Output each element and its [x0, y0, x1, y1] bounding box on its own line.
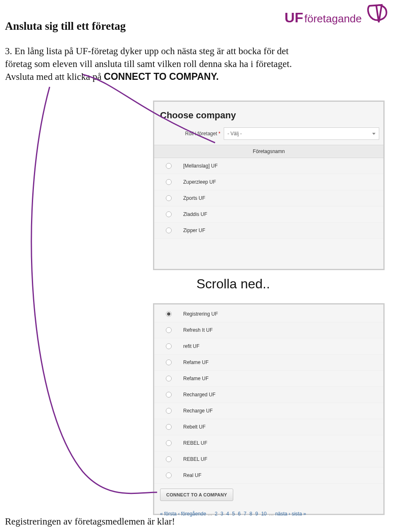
company-name: REBEL UF	[183, 440, 383, 446]
radio-cell	[154, 179, 183, 185]
radio-button[interactable]	[166, 343, 172, 349]
pager-last[interactable]: sista »	[292, 511, 306, 517]
radio-button[interactable]	[166, 211, 172, 217]
company-name: Recharge UF	[183, 408, 383, 414]
company-list-top: [Mellanslag] UFZuperzleep UFZports UFZla…	[154, 158, 383, 239]
pager-first[interactable]: « första	[160, 511, 177, 517]
radio-button[interactable]	[166, 359, 172, 365]
radio-cell	[154, 327, 183, 333]
radio-button[interactable]	[166, 472, 172, 478]
company-name: Rebelt UF	[183, 424, 383, 430]
company-row[interactable]: [Mellanslag] UF	[154, 158, 383, 174]
pager-number[interactable]: 2	[215, 511, 218, 517]
pager-number[interactable]: 4	[226, 511, 229, 517]
pager-number[interactable]: 7	[244, 511, 246, 517]
company-name: Registrering UF	[183, 311, 383, 317]
role-label: Roll i företaget *	[158, 131, 224, 137]
radio-cell	[154, 392, 183, 398]
company-row[interactable]: Recharge UF	[154, 403, 383, 419]
radio-button[interactable]	[166, 228, 172, 233]
pager-prev[interactable]: ‹ föregående	[178, 511, 206, 517]
radio-button[interactable]	[166, 195, 172, 201]
radio-button[interactable]	[166, 376, 172, 381]
radio-cell	[154, 311, 183, 317]
company-name: Zports UF	[183, 195, 383, 201]
radio-cell	[154, 440, 183, 446]
pager-dots: …	[269, 511, 274, 517]
company-name: Real UF	[183, 472, 383, 478]
radio-button[interactable]	[166, 163, 172, 169]
radio-button[interactable]	[166, 179, 172, 185]
connect-to-company-button[interactable]: CONNECT TO A COMPANY	[160, 489, 233, 501]
role-select-value: - Välj -	[227, 131, 242, 137]
company-row[interactable]: Registrering UF	[154, 306, 383, 322]
company-name: Zipper UF	[183, 228, 383, 233]
role-row: Roll i företaget * - Välj -	[158, 127, 379, 140]
radio-cell	[154, 163, 183, 169]
company-row[interactable]: Recharged UF	[154, 387, 383, 403]
radio-button[interactable]	[166, 311, 172, 317]
pager-number[interactable]: 6	[238, 511, 241, 517]
radio-cell	[154, 228, 183, 233]
company-row[interactable]: Zipper UF	[154, 223, 383, 239]
company-row[interactable]: Zladdis UF	[154, 206, 383, 223]
paragraph-bold: CONNECT TO COMPANY.	[104, 71, 219, 82]
page-title: Ansluta sig till ett företag	[5, 20, 126, 33]
company-row[interactable]: Rebelt UF	[154, 419, 383, 435]
company-row[interactable]: Zports UF	[154, 190, 383, 206]
company-row[interactable]: Refame UF	[154, 371, 383, 387]
company-name: [Mellanslag] UF	[183, 163, 383, 169]
company-list-bottom: Registrering UFRefresh It UFrefit UFRefa…	[154, 306, 383, 484]
company-name: Refresh It UF	[183, 327, 383, 333]
radio-cell	[154, 456, 183, 462]
footer-text: Registreringen av företagsmedlemen är kl…	[5, 516, 175, 527]
company-row[interactable]: refit UF	[154, 338, 383, 355]
radio-cell	[154, 343, 183, 349]
chevron-down-icon	[372, 133, 375, 135]
radio-button[interactable]	[166, 408, 172, 414]
company-name: Refame UF	[183, 359, 383, 365]
panel-title: Choose company	[160, 110, 383, 121]
company-name: Refame UF	[183, 376, 383, 381]
uf-logo: UF företagande	[285, 2, 392, 31]
pager-number[interactable]: 5	[232, 511, 235, 517]
radio-cell	[154, 359, 183, 365]
company-row[interactable]: Zuperzleep UF	[154, 174, 383, 190]
company-row[interactable]: REBEL UF	[154, 435, 383, 451]
radio-button[interactable]	[166, 327, 172, 333]
radio-button[interactable]	[166, 440, 172, 446]
list-header: Företagsnamn	[154, 145, 383, 158]
company-name: Zuperzleep UF	[183, 179, 383, 185]
company-row[interactable]: Refresh It UF	[154, 322, 383, 338]
pager-dots: …	[208, 511, 213, 517]
scroll-hint: Scrolla ned..	[188, 274, 278, 294]
choose-company-panel-top: Choose company Roll i företaget * - Välj…	[153, 101, 385, 270]
role-select[interactable]: - Välj -	[224, 127, 379, 140]
radio-cell	[154, 408, 183, 414]
company-name: REBEL UF	[183, 456, 383, 462]
company-name: refit UF	[183, 343, 383, 349]
logo-thin: företagande	[304, 12, 362, 25]
pager-number[interactable]: 9	[255, 511, 258, 517]
radio-button[interactable]	[166, 424, 172, 430]
logo-bold: UF	[285, 10, 303, 25]
radio-cell	[154, 211, 183, 217]
choose-company-panel-bottom: Registrering UFRefresh It UFrefit UFRefa…	[153, 303, 385, 515]
radio-cell	[154, 472, 183, 478]
company-row[interactable]: Real UF	[154, 467, 383, 484]
radio-cell	[154, 195, 183, 201]
radio-cell	[154, 424, 183, 430]
pager-next[interactable]: nästa ›	[275, 511, 290, 517]
instruction-paragraph: 3. En lång lista på UF-företag dyker upp…	[5, 45, 303, 83]
company-name: Zladdis UF	[183, 211, 383, 217]
pager: « första ‹ föregående … 2 3 4 5 6 7 8 9 …	[160, 511, 383, 517]
company-row[interactable]: REBEL UF	[154, 451, 383, 467]
pager-number[interactable]: 3	[220, 511, 223, 517]
company-row[interactable]: Refame UF	[154, 355, 383, 371]
pager-number[interactable]: 8	[249, 511, 252, 517]
radio-cell	[154, 376, 183, 381]
radio-button[interactable]	[166, 456, 172, 462]
pager-number[interactable]: 10	[261, 511, 266, 517]
company-name: Recharged UF	[183, 392, 383, 398]
radio-button[interactable]	[166, 392, 172, 398]
